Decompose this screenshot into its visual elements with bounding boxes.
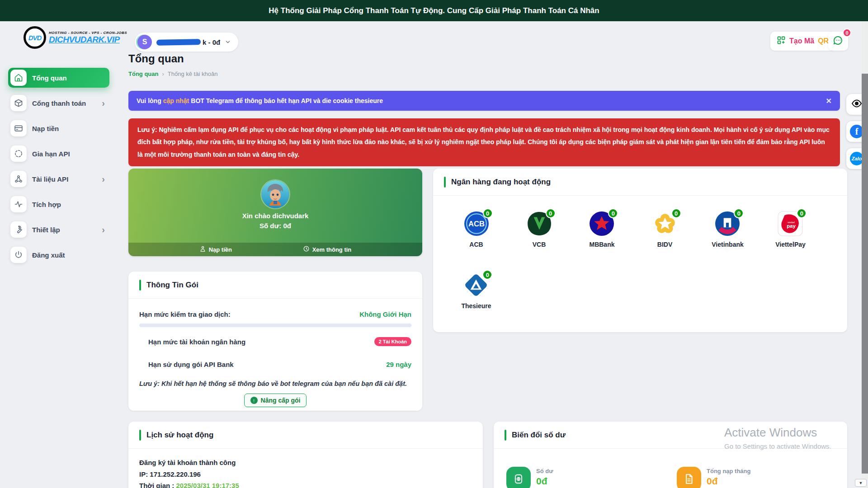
thesieure-logo-icon	[463, 291, 489, 299]
stat-label: Tổng nạp tháng	[707, 468, 750, 474]
activity-time-label: Thời gian :	[139, 482, 176, 488]
svg-text:pay: pay	[787, 223, 796, 229]
api-duration-value: 29 ngày	[386, 361, 411, 368]
network-icon	[10, 171, 27, 187]
bank-name: ViettelPay	[775, 241, 806, 248]
bank-item-vcb[interactable]: 0 VCB	[527, 211, 552, 248]
deposit-button[interactable]: Nạp tiền	[199, 245, 232, 253]
sidebar-item-label: Cổng thanh toán	[32, 99, 86, 107]
limit-check-label: Hạn mức kiểm tra giao dịch:	[139, 310, 231, 318]
document-icon	[677, 467, 701, 488]
bank-name: MBBank	[589, 241, 614, 248]
dashed-circle-icon	[10, 145, 27, 162]
sidebar-item-tong-quan[interactable]: Tổng quan	[8, 68, 109, 88]
api-duration-label: Hạn sử dụng gói API Bank	[139, 361, 234, 368]
banks-title: Ngân hàng đang hoạt động	[451, 178, 551, 187]
sidebar-item-dang-xuat[interactable]: Đăng xuất	[8, 245, 109, 265]
bank-count-badge: 0	[546, 208, 556, 218]
bank-item-acb[interactable]: ACB 0 ACB	[464, 211, 489, 248]
sidebar-item-nap-tien[interactable]: Nạp tiền	[8, 118, 109, 138]
account-balance-text: k - 0đ	[203, 38, 220, 46]
view-info-button[interactable]: Xem thông tin	[303, 245, 352, 253]
qr-icon	[777, 36, 786, 47]
breadcrumb: Tổng quan › Thống kê tài khoản	[128, 70, 217, 77]
bank-item-bidv[interactable]: 0 BIDV	[652, 211, 678, 248]
welcome-actions: Nạp tiền Xem thông tin	[128, 243, 422, 256]
chat-unread-badge: 0	[843, 28, 851, 37]
balance-change-panel: Biến đổi số dư Số dư 0đ Tổng nạp tháng 0…	[494, 422, 847, 488]
acb-logo-icon: ACB	[464, 230, 489, 238]
logo-brand: DICHVUDARK.VIP	[49, 35, 127, 45]
activity-entry: Đăng ký tài khoản thành công IP: 171.252…	[128, 449, 483, 488]
bank-account-limit-label: Hạn mức tài khoản ngân hàng	[139, 338, 245, 346]
activity-ip: IP: 171.252.220.196	[139, 470, 472, 478]
avatar: S	[137, 35, 152, 49]
sidebar-item-thiet-lap[interactable]: Thiết lập ›	[8, 220, 109, 239]
telegram-alert-link[interactable]: cập nhật	[163, 97, 189, 104]
sidebar-item-tich-hop[interactable]: Tích hợp	[8, 194, 109, 214]
breadcrumb-separator: ›	[162, 70, 164, 77]
vietinbank-logo-icon	[715, 230, 740, 238]
activity-time-value: 2025/03/31 19:17:35	[176, 482, 239, 488]
logo-tagline: HOSTING - SOURCE - VPS - CRON-JOBS	[49, 31, 127, 35]
bank-name: Thesieure	[461, 302, 491, 310]
bidv-logo-icon	[652, 230, 678, 238]
stat-value: 0đ	[707, 476, 750, 487]
package-info-panel: Thông Tin Gói Hạn mức kiểm tra giao dịch…	[128, 272, 422, 411]
telegram-alert-prefix: Vui lòng	[137, 97, 161, 104]
bank-name: BIDV	[657, 241, 672, 248]
chevron-right-icon: ›	[102, 174, 105, 183]
activity-title: Lịch sử hoạt động	[146, 431, 213, 440]
chat-bubble-icon	[833, 35, 844, 47]
viettelpay-logo-icon: viettelpay	[778, 230, 803, 238]
brand-logo[interactable]: DVD HOSTING - SOURCE - VPS - CRON-JOBS D…	[24, 26, 127, 49]
bank-item-viettelpay[interactable]: viettelpay 0 ViettelPay	[775, 211, 806, 248]
bank-count-badge: 0	[671, 208, 681, 218]
deposit-icon	[199, 245, 206, 253]
bank-item-vietinbank[interactable]: 0 Vietinbank	[712, 211, 744, 248]
chat-button[interactable]: 0	[828, 32, 848, 51]
create-qr-button[interactable]: Tạo Mã QR	[770, 32, 835, 51]
announcement-text: Hệ Thống Giải Pháp Cổng Thanh Toán Tự Độ…	[269, 6, 599, 15]
account-selector[interactable]: S k - 0đ	[135, 33, 238, 52]
bank-name: ACB	[469, 241, 483, 248]
close-icon[interactable]: ✕	[826, 97, 832, 105]
upgrade-package-button[interactable]: ↑ Nâng cấp gói	[244, 394, 307, 407]
api-warning-text: Lưu ý: Nghiêm cấm lạm dụng API để phục v…	[137, 126, 830, 158]
credit-card-icon	[10, 120, 27, 136]
package-icon	[10, 95, 27, 111]
logo-mark: DVD	[24, 26, 46, 49]
wrench-icon	[10, 221, 27, 238]
stat-monthly-deposit: Tổng nạp tháng 0đ	[677, 467, 847, 488]
breadcrumb-current: Thống kê tài khoản	[168, 70, 218, 77]
bank-item-thesieure[interactable]: 0 Thesieure	[461, 272, 491, 310]
stat-label: Số dư	[536, 468, 553, 474]
censored-username	[156, 39, 201, 46]
telegram-alert: Vui lòng cập nhật BOT Telegram để thông …	[128, 91, 840, 111]
package-title: Thông Tin Gói	[146, 281, 198, 290]
sidebar-item-gia-han-api[interactable]: Gia hạn API	[8, 144, 109, 164]
bank-item-mbbank[interactable]: 0 MBBank	[589, 211, 614, 248]
stat-value: 0đ	[536, 476, 553, 487]
vcb-logo-icon	[527, 230, 552, 238]
chevron-right-icon: ›	[102, 225, 105, 234]
scrollbar-thumb[interactable]	[862, 74, 868, 474]
chevron-down-icon	[225, 39, 231, 45]
mbbank-logo-icon	[589, 230, 614, 238]
vertical-scrollbar[interactable]	[862, 21, 868, 488]
welcome-card: Xin chào dichvudark Số dư: 0đ Nạp tiền X…	[128, 169, 422, 256]
api-warning-alert: Lưu ý: Nghiêm cấm lạm dụng API để phục v…	[128, 118, 840, 166]
limit-progress-bar	[139, 324, 411, 327]
welcome-balance: Số dư: 0đ	[128, 222, 422, 230]
bank-count-badge: 0	[797, 208, 807, 218]
stat-current-balance: Số dư 0đ	[506, 467, 677, 488]
accent-bar	[139, 430, 141, 441]
accent-bar	[139, 280, 141, 291]
breadcrumb-home[interactable]: Tổng quan	[128, 70, 158, 77]
sidebar-item-tai-lieu-api[interactable]: Tài liệu API ›	[8, 169, 109, 189]
sidebar-item-label: Đăng xuất	[32, 251, 65, 259]
sidebar-item-cong-thanh-toan[interactable]: Cổng thanh toán ›	[8, 93, 109, 113]
bank-count-badge: 0	[608, 208, 618, 218]
scroll-down-button[interactable]: ▼	[855, 479, 867, 487]
upgrade-label: Nâng cấp gói	[261, 397, 301, 404]
